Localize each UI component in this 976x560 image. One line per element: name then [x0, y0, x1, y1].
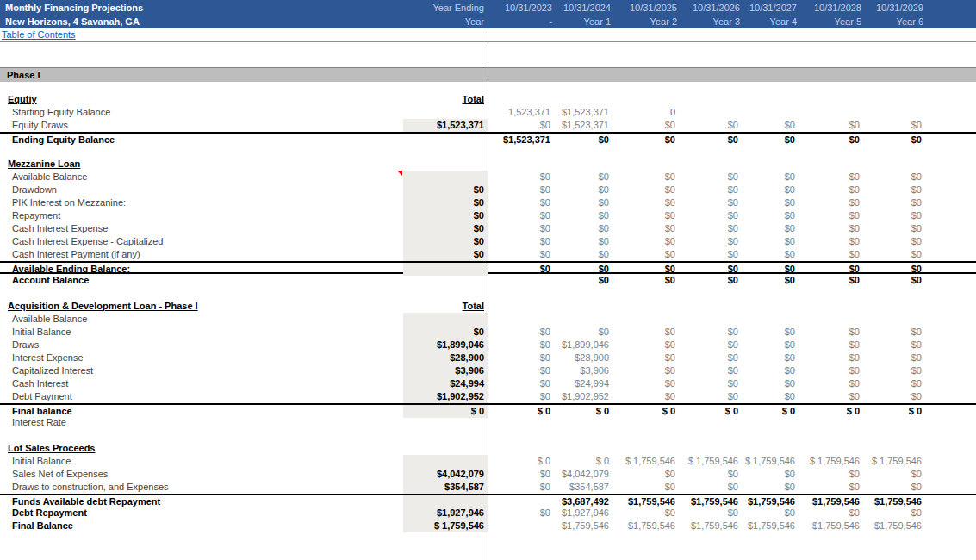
value-cell[interactable]: $0: [613, 235, 680, 248]
value-cell[interactable]: $1,759,546: [613, 520, 680, 532]
value-cell[interactable]: $0: [743, 248, 799, 261]
value-cell[interactable]: $0: [743, 184, 799, 196]
row-label[interactable]: Starting Equity Balance: [0, 106, 403, 119]
column-year-header[interactable]: Year 2: [613, 15, 680, 28]
value-cell[interactable]: $1,759,546: [799, 520, 864, 532]
value-cell[interactable]: $0: [864, 468, 926, 481]
value-cell[interactable]: $0: [799, 507, 864, 520]
column-date-header[interactable]: 10/31/2026: [680, 1, 743, 15]
value-cell[interactable]: $0: [680, 364, 743, 377]
value-cell[interactable]: $0: [613, 222, 680, 235]
value-cell[interactable]: [680, 106, 743, 119]
value-cell[interactable]: $0: [680, 184, 743, 196]
total-cell[interactable]: $1,927,946: [403, 507, 488, 520]
value-cell[interactable]: $0: [488, 339, 555, 352]
value-cell[interactable]: $0: [488, 507, 555, 520]
value-cell[interactable]: $24,994: [555, 377, 613, 390]
value-cell[interactable]: $0: [864, 352, 926, 364]
total-cell[interactable]: [403, 171, 488, 184]
row-label[interactable]: Cash Interest: [0, 377, 403, 390]
value-cell[interactable]: $0: [864, 339, 926, 352]
value-cell[interactable]: $ 1,759,546: [613, 455, 680, 468]
value-cell[interactable]: $0: [613, 377, 680, 390]
value-cell[interactable]: $0: [680, 196, 743, 209]
value-cell[interactable]: $0: [864, 248, 926, 261]
value-cell[interactable]: [488, 313, 555, 326]
value-cell[interactable]: $0: [799, 468, 864, 481]
total-cell[interactable]: $0: [403, 326, 488, 339]
total-cell[interactable]: $3,906: [403, 364, 488, 377]
value-cell[interactable]: $0: [864, 235, 926, 248]
value-cell[interactable]: $0: [743, 222, 799, 235]
value-cell[interactable]: $1,523,371: [488, 134, 555, 146]
row-label[interactable]: Equity Draws: [0, 119, 403, 132]
value-cell[interactable]: $0: [799, 481, 864, 494]
value-cell[interactable]: $1,759,546: [743, 520, 799, 532]
value-cell[interactable]: [799, 106, 864, 119]
value-cell[interactable]: $3,906: [555, 364, 613, 377]
value-cell[interactable]: $0: [799, 196, 864, 209]
section-heading[interactable]: Mezzanine Loan: [0, 158, 403, 171]
value-cell[interactable]: $0: [680, 507, 743, 520]
value-cell[interactable]: $0: [680, 326, 743, 339]
value-cell[interactable]: $0: [799, 377, 864, 390]
value-cell[interactable]: $0: [864, 364, 926, 377]
row-label[interactable]: PIK Interest on Mezzanine:: [0, 196, 403, 209]
row-label[interactable]: Draws to construction, and Expenses: [0, 481, 403, 494]
row-label[interactable]: Initial Balance: [0, 326, 403, 339]
value-cell[interactable]: $0: [864, 119, 926, 132]
section-heading[interactable]: Equtiy: [0, 93, 403, 106]
value-cell[interactable]: $0: [743, 235, 799, 248]
value-cell[interactable]: $0: [743, 119, 799, 132]
value-cell[interactable]: $0: [743, 171, 799, 184]
total-cell[interactable]: $24,994: [403, 377, 488, 390]
value-cell[interactable]: $0: [799, 248, 864, 261]
value-cell[interactable]: $0: [799, 184, 864, 196]
value-cell[interactable]: $0: [488, 235, 555, 248]
value-cell[interactable]: $0: [799, 222, 864, 235]
value-cell[interactable]: $0: [680, 377, 743, 390]
value-cell[interactable]: $0: [488, 171, 555, 184]
column-year-header[interactable]: Year 3: [680, 15, 743, 28]
value-cell[interactable]: $0: [555, 222, 613, 235]
value-cell[interactable]: $0: [743, 274, 799, 287]
value-cell[interactable]: $0: [743, 352, 799, 364]
value-cell[interactable]: $0: [680, 339, 743, 352]
value-cell[interactable]: $0: [864, 134, 926, 146]
row-label[interactable]: Interest Expense: [0, 352, 403, 364]
column-date-header[interactable]: 10/31/2028: [799, 1, 864, 15]
value-cell[interactable]: $0: [613, 248, 680, 261]
value-cell[interactable]: $0: [613, 171, 680, 184]
total-cell[interactable]: $4,042,079: [403, 468, 488, 481]
row-label[interactable]: Available Balance: [0, 171, 403, 184]
value-cell[interactable]: $0: [613, 274, 680, 287]
value-cell[interactable]: [864, 106, 926, 119]
value-cell[interactable]: $0: [743, 339, 799, 352]
value-cell[interactable]: [799, 416, 864, 429]
value-cell[interactable]: $0: [799, 235, 864, 248]
total-cell[interactable]: $1,899,046: [403, 339, 488, 352]
value-cell[interactable]: $0: [680, 248, 743, 261]
value-cell[interactable]: $0: [680, 119, 743, 132]
value-cell[interactable]: $0: [799, 171, 864, 184]
value-cell[interactable]: $0: [680, 390, 743, 403]
value-cell[interactable]: $0: [743, 468, 799, 481]
value-cell[interactable]: $ 0: [488, 455, 555, 468]
value-cell[interactable]: $0: [799, 209, 864, 222]
value-cell[interactable]: $0: [743, 196, 799, 209]
value-cell[interactable]: [743, 416, 799, 429]
value-cell[interactable]: [680, 313, 743, 326]
value-cell[interactable]: [488, 416, 555, 429]
value-cell[interactable]: $0: [488, 326, 555, 339]
value-cell[interactable]: $1,759,546: [680, 520, 743, 532]
value-cell[interactable]: 0: [613, 106, 680, 119]
value-cell[interactable]: $0: [488, 184, 555, 196]
column-date-header[interactable]: 10/31/2029: [864, 1, 926, 15]
value-cell[interactable]: $0: [613, 134, 680, 146]
value-cell[interactable]: $0: [799, 274, 864, 287]
value-cell[interactable]: $0: [743, 209, 799, 222]
value-cell[interactable]: $0: [864, 196, 926, 209]
value-cell[interactable]: $0: [680, 352, 743, 364]
total-column-header[interactable]: [403, 158, 488, 171]
value-cell[interactable]: $0: [613, 209, 680, 222]
